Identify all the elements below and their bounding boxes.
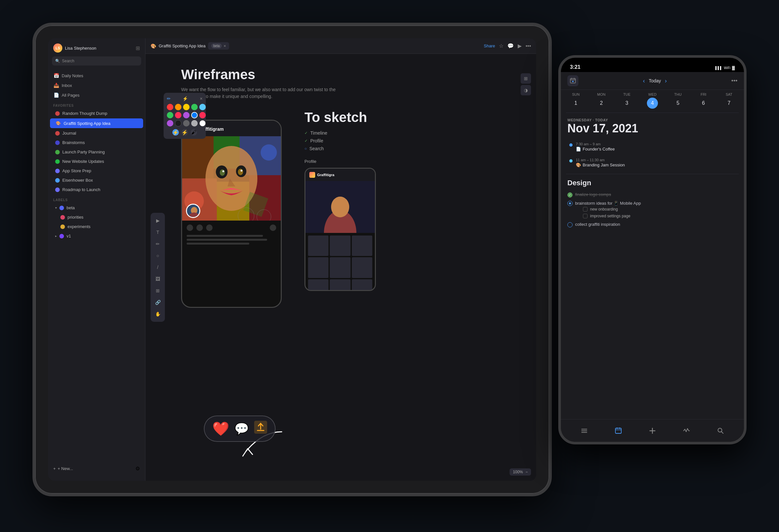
close-tab-icon[interactable]: × <box>224 44 226 48</box>
sub-task-settings: improved settings page <box>583 213 641 219</box>
label-color-dot <box>60 215 65 220</box>
lightning-icon[interactable]: ⚡ <box>172 129 179 136</box>
day-name: THU <box>674 92 682 96</box>
cal-next-button[interactable]: › <box>665 77 667 84</box>
bottom-activity-icon[interactable] <box>679 424 694 438</box>
day-number[interactable]: 2 <box>596 97 607 109</box>
bottom-search-icon[interactable] <box>713 424 728 438</box>
color-swatch-red2[interactable] <box>199 112 206 118</box>
sidebar-item-launch-party[interactable]: Launch Party Planning <box>50 148 143 156</box>
bottom-calendar-icon[interactable] <box>611 424 625 438</box>
sidebar-item-daily-notes[interactable]: 📅 Daily Notes <box>48 71 145 80</box>
color-swatch-lightblue[interactable] <box>199 104 206 110</box>
day-name: WED <box>648 92 657 96</box>
grid-tool[interactable]: ⊞ <box>153 285 163 296</box>
cal-more-button[interactable]: ••• <box>731 77 737 84</box>
sidebar-item-brainstorms[interactable]: Brainstorms <box>50 138 143 147</box>
event-icon: 🎨 <box>576 162 581 168</box>
day-number[interactable]: 5 <box>672 97 683 109</box>
calendar-icon-button[interactable] <box>567 75 579 86</box>
sidebar-label-v1[interactable]: ▸ v1 <box>50 231 143 241</box>
color-swatch-lightgray[interactable] <box>191 120 198 127</box>
chat-icon[interactable]: 💬 <box>507 43 514 49</box>
day-number[interactable]: 1 <box>570 97 581 109</box>
new-button[interactable]: + + New... <box>53 466 73 471</box>
share-reaction-icon[interactable] <box>254 421 267 437</box>
star-icon[interactable]: ☆ <box>499 43 503 49</box>
task-checkbox-done[interactable]: ✓ <box>567 192 573 198</box>
bottom-add-icon[interactable] <box>645 424 660 438</box>
sidebar-label-priorities[interactable]: priorities <box>50 213 143 221</box>
color-swatch-purple2[interactable] <box>167 120 173 127</box>
sidebar-footer: + + New... ⚙ <box>48 462 145 476</box>
more-icon[interactable]: ••• <box>526 43 531 49</box>
task-text: brainstorm ideas for 📱 Mobile App <box>575 201 641 206</box>
item-color-dot <box>55 111 60 116</box>
iphone-device: 3:21 ▌▌▌ WiFi ▓ <box>558 55 746 445</box>
task-brainstorm: brainstorm ideas for 📱 Mobile App new on… <box>567 199 737 220</box>
text-tool[interactable]: T <box>153 227 163 238</box>
color-swatch-white[interactable] <box>199 120 206 127</box>
sidebar-item-random-thought[interactable]: Random Thought Dump <box>50 109 143 118</box>
grid-thumb <box>330 279 350 291</box>
color-swatch-red[interactable] <box>167 104 173 110</box>
day-number[interactable]: 3 <box>621 97 632 109</box>
sidebar-item-graffiti-app[interactable]: 🎨 Graffiti Spotting App Idea <box>50 118 143 128</box>
color-swatch-green[interactable] <box>191 104 198 110</box>
day-number[interactable]: 7 <box>723 97 734 109</box>
hand-tool[interactable]: ✋ <box>153 309 163 319</box>
color-swatch-black[interactable] <box>175 120 181 127</box>
sub-checkbox[interactable] <box>583 207 588 211</box>
color-swatch-yellow[interactable] <box>183 104 190 110</box>
search-bar[interactable]: 🔍 Search <box>52 56 141 66</box>
color-swatch-gray[interactable] <box>183 120 190 127</box>
play-icon[interactable]: ▶ <box>518 43 522 49</box>
close-picker-icon[interactable]: × <box>200 96 202 101</box>
color-swatch-pink[interactable] <box>175 112 181 118</box>
link-tool[interactable]: 🔗 <box>153 297 163 308</box>
color-swatch-green2[interactable] <box>167 112 173 118</box>
task-checkbox[interactable] <box>567 222 573 227</box>
sidebar-label-experiments[interactable]: experiments <box>50 222 143 231</box>
profile-circle <box>186 204 200 218</box>
image-tool[interactable]: 🖼 <box>153 274 163 284</box>
task-graffiti: collect graffiti inspiration <box>567 220 737 229</box>
sidebar-item-label: Daily Notes <box>62 73 83 78</box>
color-swatch-blue-active[interactable] <box>191 112 198 118</box>
sidebar-label-beta[interactable]: ▾ beta <box>50 203 143 212</box>
cursor-tool[interactable]: ▶ <box>153 215 163 226</box>
ipad-device: LS Lisa Stephenson ⊞ 🔍 Search 📅 Daily No… <box>33 23 552 496</box>
cal-today-label[interactable]: Today <box>649 78 661 83</box>
sidebar-item-eisenhower[interactable]: Eisenhower Box <box>50 176 143 185</box>
color-swatch-purple[interactable] <box>183 112 190 118</box>
cal-prev-button[interactable]: ‹ <box>643 77 645 84</box>
label-color-dot <box>60 224 65 229</box>
sidebar-item-new-website[interactable]: New Website Updates <box>50 157 143 166</box>
heart-reaction-icon[interactable]: ❤️ <box>212 421 229 437</box>
sidebar-toggle-icon[interactable]: ⊞ <box>136 45 140 51</box>
shape-tool[interactable]: ○ <box>153 251 163 261</box>
sub-checkbox[interactable] <box>583 214 588 218</box>
day-number[interactable]: 6 <box>698 97 709 109</box>
color-swatch-orange[interactable] <box>175 104 181 110</box>
sidebar-item-journal[interactable]: Journal <box>50 129 143 138</box>
line-tool[interactable]: / <box>153 262 163 272</box>
task-checkbox-partial[interactable] <box>567 201 573 206</box>
pencil-tool[interactable]: ✏ <box>153 239 163 249</box>
event-name: Branding Jam Session <box>583 162 625 168</box>
day-number-today[interactable]: 4 <box>647 97 658 109</box>
settings-icon[interactable]: ⚙ <box>135 466 140 472</box>
sidebar-item-all-pages[interactable]: 📄 All Pages <box>48 90 145 100</box>
avatar: LS <box>53 44 62 53</box>
zoom-minus-icon[interactable]: − <box>526 470 528 474</box>
sidebar-item-roadmap[interactable]: Roadmap to Launch <box>50 185 143 194</box>
sidebar-item-inbox[interactable]: 📥 Inbox <box>48 80 145 90</box>
brush-icon[interactable]: 🖌 <box>190 129 197 136</box>
bottom-menu-icon[interactable] <box>577 424 591 438</box>
share-button[interactable]: Share <box>484 44 495 48</box>
lightning-icon2[interactable]: ⚡ <box>181 129 188 136</box>
chat-reaction-icon[interactable]: 💬 <box>234 422 249 436</box>
svg-point-15 <box>261 144 277 160</box>
grid-thumb <box>352 279 372 291</box>
sidebar-item-app-store[interactable]: App Store Prep <box>50 167 143 175</box>
